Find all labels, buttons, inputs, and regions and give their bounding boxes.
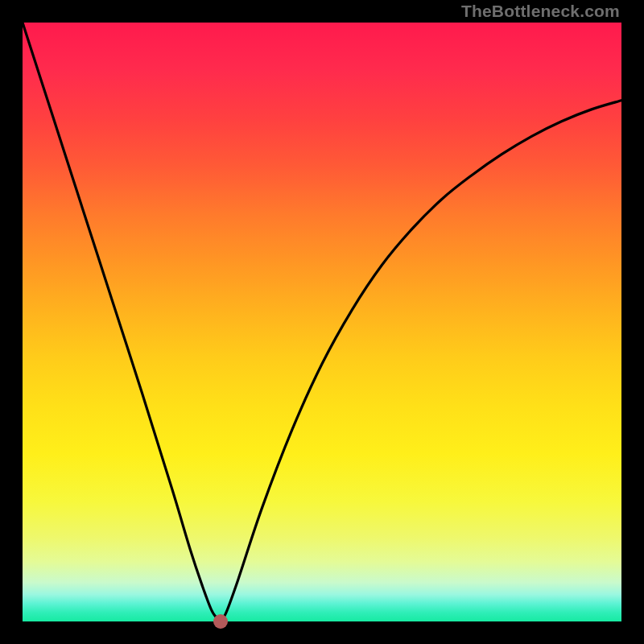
chart-frame: TheBottleneck.com bbox=[0, 0, 644, 644]
curve-layer bbox=[0, 0, 644, 644]
optimal-point-marker bbox=[213, 614, 228, 629]
bottleneck-curve bbox=[23, 23, 621, 621]
